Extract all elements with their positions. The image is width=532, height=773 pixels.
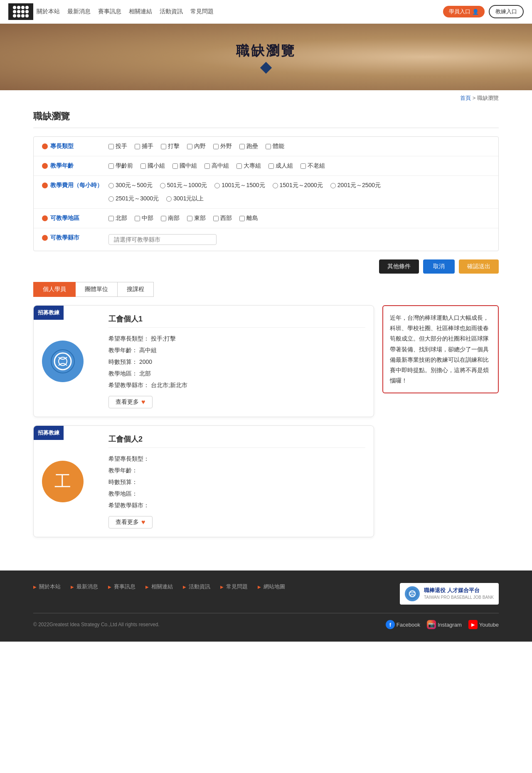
specialty-option-running[interactable]: 跑壘 (239, 143, 258, 150)
card-2: 招募教練 工 工會個人2 希望專長類型： 教學年齡： 時數預算： (33, 425, 374, 537)
nav-activity[interactable]: 活動資訊 (160, 8, 183, 15)
fee-option-501-1000[interactable]: 501元～1000元 (160, 182, 207, 189)
region-option-center[interactable]: 中部 (135, 215, 153, 222)
hero-diamond-decoration (260, 62, 272, 74)
fee-option-1001-1500[interactable]: 1001元～1500元 (214, 182, 265, 189)
nav-faq[interactable]: 常見問題 (190, 8, 214, 15)
tab-course[interactable]: 搜課程 (118, 282, 154, 297)
filter-section: 專長類型 投手 捕手 打擊 內野 外野 跑壘 體能 教學年齡 學齡前 國小組 (33, 136, 499, 251)
card-2-age: 教學年齡： (108, 464, 365, 476)
card-detail-specialty-label2: 希望專長類型： (108, 455, 149, 462)
card-1-title: 工會個人1 (108, 314, 365, 328)
header: 關於本站 最新消息 賽事訊息 相關連結 活動資訊 常見問題 學員入口 👤 教練入… (0, 0, 532, 24)
specialty-option-fitness[interactable]: 體能 (266, 143, 284, 150)
footer-facebook[interactable]: f Facebook (386, 620, 420, 629)
card-detail-budget-label: 時數預算： (108, 358, 138, 365)
page-title: 職缺瀏覽 (33, 110, 499, 128)
footer-link-related[interactable]: ▶ 相關連結 (145, 583, 173, 590)
age-option-middle[interactable]: 國中組 (172, 162, 197, 170)
specialty-option-infield[interactable]: 內野 (187, 143, 206, 150)
card-2-more-button[interactable]: 查看更多 ♥ (108, 516, 153, 529)
cancel-button[interactable]: 取消 (423, 259, 455, 274)
region-option-west[interactable]: 西部 (213, 215, 232, 222)
confirm-button[interactable]: 確認送出 (459, 259, 499, 274)
promo-box: 近年，台灣的棒球運動人口大幅成長，科班、學校社圈、社區棒球也如雨後春筍般成立。但… (382, 305, 499, 393)
card-1-county-val: 台北市;新北市 (151, 382, 187, 388)
footer-link-activity[interactable]: ▶ 活動資訊 (183, 583, 210, 590)
card-1-specialty: 希望專長類型： 投手;打擊 (108, 333, 365, 344)
card-detail-county-label2: 希望教學縣市： (108, 502, 149, 509)
card-2-details: 希望專長類型： 教學年齡： 時數預算： 教學地區： 希望教學縣市： (108, 453, 365, 511)
arrow-icon: ▶ (258, 585, 261, 589)
footer-link-sitemap[interactable]: ▶ 網站地圖 (258, 583, 285, 590)
region-option-island[interactable]: 離島 (239, 215, 258, 222)
age-option-senior[interactable]: 不老組 (300, 162, 325, 170)
main-content: 職缺瀏覽 專長類型 投手 捕手 打擊 內野 外野 跑壘 體能 教學年 (0, 106, 532, 554)
footer-link-about[interactable]: ▶ 關於本站 (33, 583, 61, 590)
footer-link-events[interactable]: ▶ 賽事訊息 (108, 583, 135, 590)
footer-link-faq[interactable]: ▶ 常見問題 (220, 583, 248, 590)
breadcrumb: 首頁 > 職缺瀏覽 (0, 90, 532, 106)
card-1-age: 教學年齡： 高中組 (108, 344, 365, 356)
footer-instagram[interactable]: 📷 Instagram (427, 620, 462, 629)
tab-individual[interactable]: 個人學員 (33, 282, 76, 297)
footer-logo-text: 職棒退役 人才媒合平台 TAIWAN PRO BASEBALL JOB BANK (424, 587, 494, 601)
other-conditions-button[interactable]: 其他條件 (379, 259, 419, 274)
header-nav: 關於本站 最新消息 賽事訊息 相關連結 活動資訊 常見問題 (37, 8, 214, 15)
student-login-button[interactable]: 學員入口 👤 (443, 6, 485, 17)
promo-text: 近年，台灣的棒球運動人口大幅成長，科班、學校社圈、社區棒球也如雨後春筍般成立。但… (390, 314, 489, 384)
coach-login-button[interactable]: 教練入口 (489, 5, 524, 18)
fee-option-3001-up[interactable]: 3001元以上 (166, 195, 204, 203)
filter-age-label: 教學年齡 (42, 162, 108, 170)
age-option-adult[interactable]: 成人組 (268, 162, 293, 170)
county-select[interactable] (108, 234, 217, 245)
region-option-east[interactable]: 東部 (187, 215, 206, 222)
footer-youtube[interactable]: ▶ Youtube (468, 620, 499, 629)
nav-news[interactable]: 最新消息 (67, 8, 91, 15)
specialty-option-batting[interactable]: 打擊 (161, 143, 180, 150)
fee-option-300-500[interactable]: 300元～500元 (108, 182, 153, 189)
facebook-icon: f (386, 620, 395, 629)
age-option-college[interactable]: 大專組 (236, 162, 261, 170)
footer-logo-en: TAIWAN PRO BASEBALL JOB BANK (424, 595, 494, 600)
card-2-content: 工會個人2 希望專長類型： 教學年齡： 時數預算： 教學地區： (108, 434, 365, 529)
hero-heading: 職缺瀏覽 (236, 42, 296, 60)
arrow-icon: ▶ (33, 585, 37, 589)
region-option-north[interactable]: 北部 (108, 215, 127, 222)
filter-specialty-row: 專長類型 投手 捕手 打擊 內野 外野 跑壘 體能 (34, 137, 498, 156)
card-1-more-button[interactable]: 查看更多 ♥ (108, 396, 153, 408)
card-1: 招募教練 工會個人1 希望專長類型： 投手;打擊 (33, 305, 374, 417)
nav-about[interactable]: 關於本站 (37, 8, 60, 15)
age-option-preschool[interactable]: 學齡前 (108, 162, 133, 170)
nav-events[interactable]: 賽事訊息 (98, 8, 121, 15)
region-option-south[interactable]: 南部 (161, 215, 180, 222)
card-detail-region-label: 教學地區： (108, 370, 138, 377)
age-option-high[interactable]: 高中組 (204, 162, 229, 170)
age-option-elementary[interactable]: 國小組 (140, 162, 165, 170)
card-2-avatar-char: 工 (54, 470, 71, 493)
card-detail-region-label2: 教學地區： (108, 490, 138, 497)
specialty-option-outfield[interactable]: 外野 (213, 143, 232, 150)
card-1-budget-val: 2000 (139, 358, 152, 365)
card-1-actions: 查看更多 ♥ (108, 396, 365, 408)
fee-option-2001-2500[interactable]: 2001元～2500元 (330, 182, 381, 189)
fee-option-1501-2000[interactable]: 1501元～2000元 (273, 182, 323, 189)
filter-age-options: 學齡前 國小組 國中組 高中組 大專組 成人組 不老組 (108, 162, 325, 170)
filter-fee-options: 300元～500元 501元～1000元 1001元～1500元 1501元～2… (108, 182, 381, 203)
arrow-icon: ▶ (183, 585, 186, 589)
heart-icon-2: ♥ (141, 519, 145, 526)
breadcrumb-home[interactable]: 首頁 (460, 95, 471, 101)
tab-group[interactable]: 團體單位 (76, 282, 118, 297)
specialty-option-pitcher[interactable]: 投手 (108, 143, 127, 150)
card-2-avatar: 工 (42, 461, 84, 502)
nav-links[interactable]: 相關連結 (129, 8, 152, 15)
card-detail-specialty-label: 希望專長類型： (108, 335, 149, 342)
fee-option-2501-3000[interactable]: 2501元～3000元 (108, 195, 159, 203)
card-detail-budget-label2: 時數預算： (108, 479, 138, 485)
card-detail-county-label: 希望教學縣市： (108, 382, 149, 388)
filter-county-row: 可教學縣市 (34, 228, 498, 251)
card-1-budget: 時數預算： 2000 (108, 356, 365, 368)
footer-link-news[interactable]: ▶ 最新消息 (71, 583, 98, 590)
student-login-label: 學員入口 (449, 8, 470, 15)
specialty-option-catcher[interactable]: 捕手 (135, 143, 153, 150)
